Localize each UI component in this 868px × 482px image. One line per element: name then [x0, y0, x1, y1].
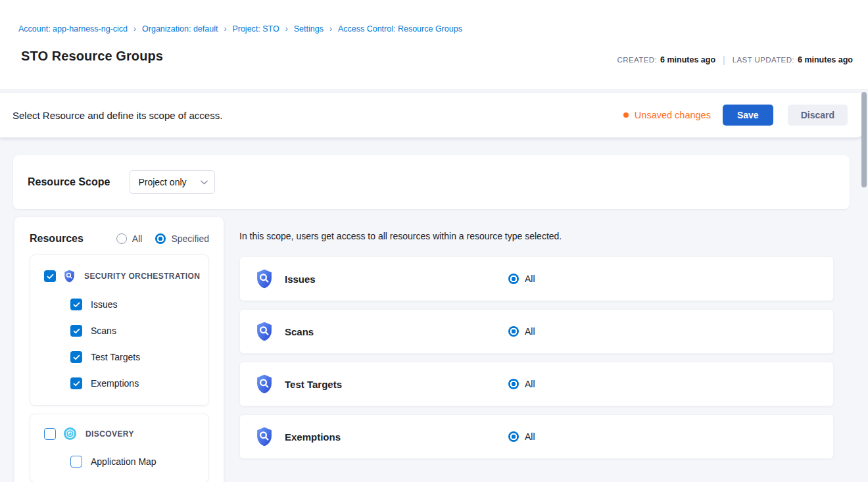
radio-all-control[interactable]: [116, 233, 127, 244]
header-meta: CREATED: 6 minutes ago | LAST UPDATED: 6…: [617, 55, 853, 65]
resources-panel: Resources All Specified SECURITY ORCHEST…: [14, 217, 224, 482]
application-map-checkbox[interactable]: [70, 456, 82, 468]
chevron-right-icon: ›: [224, 24, 226, 34]
radio-specified-label: Specified: [171, 233, 209, 244]
resource-card-exemptions: Exemptions All: [239, 414, 834, 459]
access-radio-label: All: [525, 274, 535, 284]
created-value: 6 minutes ago: [660, 55, 715, 64]
discovery-checkbox[interactable]: [44, 428, 56, 440]
resource-scope-dropdown[interactable]: Project only: [130, 170, 215, 194]
access-radio-control[interactable]: [508, 326, 519, 337]
resource-checkbox-row: Exemptions: [70, 377, 201, 389]
access-radio-all[interactable]: All: [508, 274, 535, 284]
resource-group-discovery: DISCOVERY Application Map: [30, 414, 209, 482]
group-header: DISCOVERY: [44, 427, 201, 440]
scrollbar-thumb[interactable]: [861, 92, 867, 187]
test-targets-checkbox[interactable]: [70, 351, 82, 363]
radio-specified[interactable]: Specified: [155, 233, 209, 244]
access-radio-label: All: [525, 379, 535, 389]
access-radio-label: All: [525, 431, 535, 442]
radio-specified-control[interactable]: [155, 233, 166, 244]
last-updated-label: LAST UPDATED:: [733, 56, 794, 64]
breadcrumb-settings[interactable]: Settings: [294, 24, 324, 34]
resource-checkbox-row: Test Targets: [70, 351, 201, 363]
security-shield-icon: [256, 374, 273, 394]
meta-divider: |: [723, 55, 725, 65]
group-label[interactable]: SECURITY ORCHESTRATION: [84, 272, 200, 281]
page-title: STO Resource Groups: [21, 49, 163, 64]
resource-checkbox-row: Issues: [70, 299, 201, 310]
resource-checkbox-row: Application Map: [70, 456, 201, 468]
save-button[interactable]: Save: [723, 105, 773, 126]
chevron-right-icon: ›: [133, 24, 136, 34]
access-radio-all[interactable]: All: [508, 326, 535, 337]
check-icon: [73, 381, 80, 387]
resource-scope-card: Resource Scope Project only: [13, 155, 850, 209]
access-radio-all[interactable]: All: [508, 379, 535, 389]
resource-card-issues: Issues All: [239, 256, 834, 301]
security-shield-icon: [256, 322, 273, 341]
security-shield-icon: [256, 269, 273, 289]
chevron-down-icon: [201, 180, 208, 185]
check-icon: [73, 328, 80, 334]
access-radio-control[interactable]: [508, 274, 519, 284]
chevron-right-icon: ›: [285, 24, 288, 34]
access-radio-control[interactable]: [508, 379, 519, 389]
resource-card-title: Issues: [285, 274, 508, 285]
scope-access-section: In this scope, users get access to all r…: [239, 231, 834, 467]
access-radio-all[interactable]: All: [508, 431, 535, 442]
resource-card-title: Scans: [285, 326, 508, 337]
unsaved-changes-label: Unsaved changes: [635, 110, 711, 120]
scope-info-text: In this scope, users get access to all r…: [239, 231, 834, 241]
discard-button[interactable]: Discard: [788, 105, 848, 126]
unsaved-dot-icon: [623, 112, 629, 118]
last-updated-value: 6 minutes ago: [798, 55, 853, 64]
radio-all[interactable]: All: [116, 233, 143, 244]
resource-scope-label: Resource Scope: [28, 176, 110, 188]
breadcrumb-project[interactable]: Project: STO: [232, 24, 279, 34]
radio-all-label: All: [132, 233, 143, 244]
resource-group-security-orchestration: SECURITY ORCHESTRATION Issues Scans Test…: [30, 254, 209, 406]
resources-filter-radio-group: All Specified: [116, 233, 209, 244]
breadcrumb: Account: app-harness-ng-cicd › Organizat…: [18, 24, 462, 34]
chevron-right-icon: ›: [329, 24, 332, 34]
breadcrumb-organization[interactable]: Organization: default: [142, 24, 218, 34]
exemptions-label[interactable]: Exemptions: [91, 378, 139, 389]
application-map-label[interactable]: Application Map: [91, 456, 157, 467]
access-radio-control[interactable]: [508, 431, 519, 442]
page-header: Account: app-harness-ng-cicd › Organizat…: [0, 0, 868, 90]
security-orchestration-checkbox[interactable]: [44, 270, 56, 282]
group-header: SECURITY ORCHESTRATION: [44, 270, 201, 283]
toolbar-description: Select Resource and define its scope of …: [12, 110, 222, 121]
exemptions-checkbox[interactable]: [70, 377, 82, 389]
created-label: CREATED:: [617, 56, 658, 64]
security-shield-icon: [256, 427, 273, 446]
check-icon: [73, 354, 80, 360]
unsaved-changes-badge: Unsaved changes: [623, 110, 711, 120]
scans-label[interactable]: Scans: [91, 325, 116, 336]
resource-card-title: Exemptions: [285, 431, 508, 443]
issues-checkbox[interactable]: [70, 299, 82, 310]
check-icon: [73, 302, 80, 308]
resource-card-test-targets: Test Targets All: [239, 362, 834, 406]
action-toolbar: Select Resource and define its scope of …: [0, 93, 863, 137]
resource-checkbox-row: Scans: [70, 325, 201, 337]
access-radio-label: All: [525, 326, 535, 337]
resource-card-scans: Scans All: [239, 309, 834, 354]
security-shield-icon: [64, 270, 75, 283]
toolbar-actions: Unsaved changes Save Discard: [623, 105, 848, 126]
resource-card-title: Test Targets: [285, 379, 508, 390]
scans-checkbox[interactable]: [70, 325, 82, 337]
resources-panel-header: Resources All Specified: [30, 233, 209, 245]
resources-title: Resources: [30, 233, 84, 245]
dropdown-selected-value: Project only: [138, 177, 186, 187]
group-label[interactable]: DISCOVERY: [85, 429, 134, 439]
discovery-icon: [64, 427, 76, 440]
breadcrumb-access-control[interactable]: Access Control: Resource Groups: [338, 24, 462, 34]
test-targets-label[interactable]: Test Targets: [91, 352, 140, 362]
breadcrumb-account[interactable]: Account: app-harness-ng-cicd: [18, 24, 128, 34]
check-icon: [47, 274, 54, 279]
issues-label[interactable]: Issues: [91, 299, 117, 310]
